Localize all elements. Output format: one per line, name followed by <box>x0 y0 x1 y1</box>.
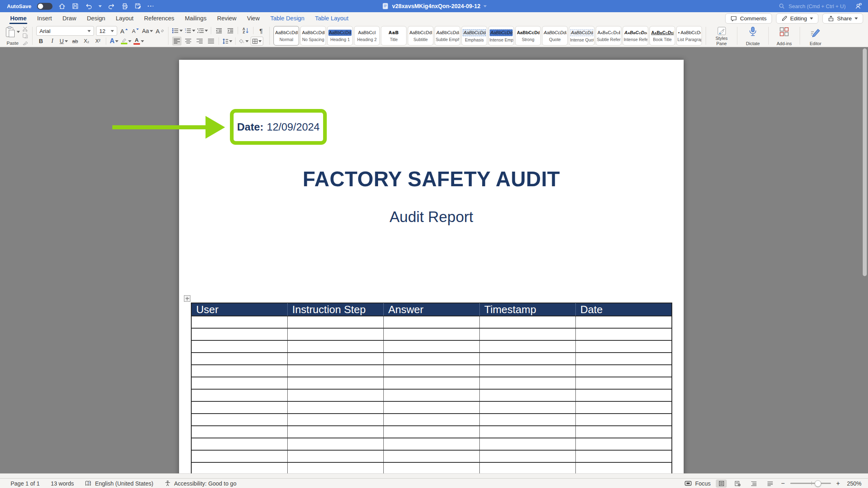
table-cell[interactable] <box>575 451 671 462</box>
style-chip-intense-emp[interactable]: AaBbCcDdEeIntense Emp... <box>488 26 514 46</box>
clear-formatting-button[interactable]: A <box>155 26 164 35</box>
underline-button[interactable]: U <box>59 37 68 46</box>
table-cell[interactable] <box>479 390 575 401</box>
tab-references[interactable]: References <box>139 12 179 24</box>
table-cell[interactable] <box>479 341 575 352</box>
table-cell[interactable] <box>383 402 479 413</box>
align-center-button[interactable] <box>184 37 193 46</box>
table-cell[interactable] <box>575 341 671 352</box>
grow-font-button[interactable]: A <box>119 26 129 35</box>
focus-toggle[interactable]: Focus <box>684 480 711 487</box>
increase-indent-button[interactable] <box>225 26 235 35</box>
decrease-indent-button[interactable] <box>214 26 223 35</box>
style-chip-quote[interactable]: AaBbCcDdIQuote <box>542 26 568 46</box>
horizontal-scrollbar[interactable] <box>0 473 868 478</box>
table-cell[interactable] <box>287 426 383 438</box>
tab-review[interactable]: Review <box>212 12 242 24</box>
table-cell[interactable] <box>192 341 287 352</box>
save-as-icon[interactable] <box>134 2 142 10</box>
table-cell[interactable] <box>287 341 383 352</box>
table-cell[interactable] <box>383 438 479 450</box>
style-chip-subtitle[interactable]: AaBbCcDdISubtitle <box>408 26 433 46</box>
table-cell[interactable] <box>575 426 671 438</box>
add-ins-button[interactable]: Add-ins <box>772 26 796 46</box>
tab-mailings[interactable]: Mailings <box>179 12 212 24</box>
table-cell[interactable] <box>192 451 287 462</box>
font-size-select[interactable]: 12 <box>96 26 117 36</box>
document-page[interactable]: Date: 12/09/2024 FACTORY SAFETY AUDIT Au… <box>179 60 684 478</box>
table-cell[interactable] <box>479 414 575 425</box>
cut-icon[interactable] <box>22 26 28 32</box>
table-cell[interactable] <box>383 451 479 462</box>
table-cell[interactable] <box>383 390 479 401</box>
table-cell[interactable] <box>383 353 479 364</box>
zoom-in-button[interactable]: + <box>836 480 840 487</box>
accessibility-status[interactable]: Accessibility: Good to go <box>164 480 236 487</box>
text-effects-button[interactable]: A <box>109 37 119 46</box>
document-title-chevron[interactable] <box>483 5 487 7</box>
autosave-toggle[interactable] <box>37 3 52 10</box>
print-layout-view-button[interactable] <box>716 479 727 488</box>
bold-button[interactable]: B <box>36 37 46 46</box>
table-cell[interactable] <box>287 316 383 328</box>
copy-icon[interactable] <box>22 33 28 39</box>
table-cell[interactable] <box>192 316 287 328</box>
numbering-button[interactable] <box>185 26 195 35</box>
table-cell[interactable] <box>287 402 383 413</box>
zoom-slider-knob[interactable] <box>815 480 821 487</box>
table-cell[interactable] <box>479 353 575 364</box>
align-left-button[interactable] <box>172 37 181 46</box>
zoom-level[interactable]: 250% <box>845 480 861 487</box>
outline-view-button[interactable] <box>748 479 759 488</box>
web-layout-view-button[interactable] <box>732 479 743 488</box>
account-icon[interactable] <box>855 2 862 10</box>
style-chip-heading-2[interactable]: AaBbCcIHeading 2 <box>354 26 380 46</box>
table-cell[interactable] <box>192 329 287 340</box>
table-cell[interactable] <box>192 463 287 474</box>
borders-button[interactable] <box>251 37 263 46</box>
tab-table-design[interactable]: Table Design <box>265 12 310 24</box>
style-chip-normal[interactable]: AaBbCcDdEeNormal <box>273 26 299 46</box>
table-move-handle[interactable] <box>184 295 190 302</box>
vertical-scrollbar[interactable] <box>863 48 867 276</box>
table-cell[interactable] <box>287 463 383 474</box>
table-cell[interactable] <box>287 353 383 364</box>
column-header-instruction-step[interactable]: Instruction Step <box>287 303 383 316</box>
styles-pane-button[interactable]: Styles Pane <box>710 26 733 46</box>
superscript-button[interactable]: X² <box>93 37 103 46</box>
table-cell[interactable] <box>287 390 383 401</box>
bullets-button[interactable] <box>172 26 183 35</box>
style-chip-subtle-refer[interactable]: AaBbCcDdEeSubtle Refer... <box>596 26 621 46</box>
multilevel-list-button[interactable] <box>197 26 208 35</box>
align-right-button[interactable] <box>195 37 204 46</box>
document-title[interactable]: v28xavsMKig4nxQon-2024-09-12 <box>392 3 480 9</box>
table-cell[interactable] <box>383 316 479 328</box>
style-chip-intense-refe[interactable]: AaBbCcDdEeIntense Refe... <box>623 26 648 46</box>
table-cell[interactable] <box>575 365 671 377</box>
font-family-select[interactable]: Arial <box>36 26 94 36</box>
highlight-button[interactable] <box>121 37 131 46</box>
table-cell[interactable] <box>192 365 287 377</box>
editing-mode-button[interactable]: Editing <box>776 13 818 24</box>
tab-insert[interactable]: Insert <box>32 12 57 24</box>
column-header-user[interactable]: User <box>192 303 287 316</box>
search-input[interactable]: Search (Cmd + Ctrl + U) <box>778 2 846 10</box>
format-painter-icon[interactable] <box>22 40 28 45</box>
show-formatting-marks-button[interactable]: ¶ <box>256 26 266 35</box>
style-chip-subtle-emph[interactable]: AaBbCcDdEeSubtle Emph... <box>435 26 460 46</box>
home-icon[interactable] <box>58 2 66 10</box>
table-cell[interactable] <box>479 451 575 462</box>
page-count[interactable]: Page 1 of 1 <box>11 480 40 487</box>
table-cell[interactable] <box>383 341 479 352</box>
draft-view-button[interactable] <box>765 479 776 488</box>
editor-button[interactable]: Editor <box>804 26 827 46</box>
table-cell[interactable] <box>575 353 671 364</box>
table-cell[interactable] <box>287 377 383 389</box>
table-cell[interactable] <box>575 316 671 328</box>
table-cell[interactable] <box>479 438 575 450</box>
style-chip-book-title[interactable]: AaBbCcDdEeBook Title <box>649 26 675 46</box>
save-icon[interactable] <box>72 2 79 10</box>
undo-chevron[interactable] <box>98 5 102 7</box>
dictate-button[interactable]: Dictate <box>741 26 765 46</box>
table-cell[interactable] <box>383 463 479 474</box>
